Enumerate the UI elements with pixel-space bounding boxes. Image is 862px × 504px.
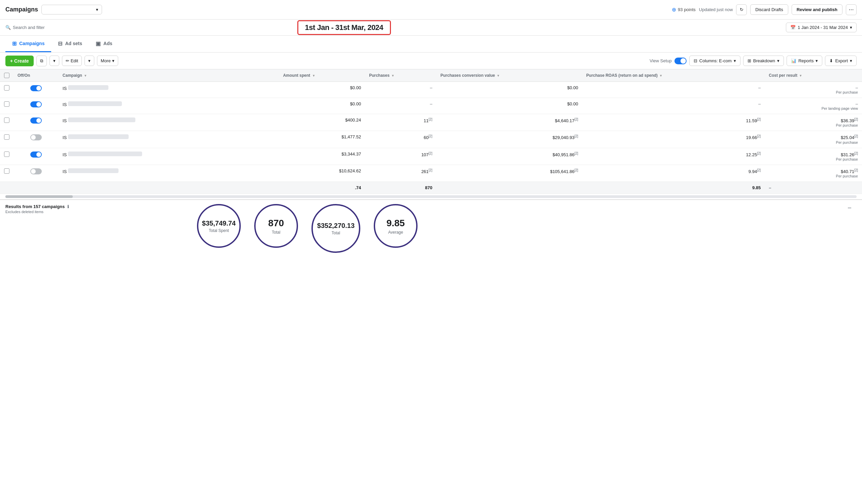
footer-purchases: 870: [365, 182, 436, 194]
points-value: 93 points: [678, 7, 696, 12]
roas-sort-icon[interactable]: ▾: [660, 74, 662, 77]
points-icon: ⊕: [672, 6, 676, 13]
campaign-prefix: IS: [63, 169, 68, 174]
row-checkbox[interactable]: [4, 134, 10, 140]
pcv-cell: $29,040.93[2]: [436, 131, 582, 148]
total-purchases-circle: 870 Total: [254, 204, 298, 253]
tab-adsets[interactable]: ⊟ Ad sets: [51, 36, 89, 52]
view-setup: View Setup: [650, 57, 687, 64]
cpr-sort-icon[interactable]: ▾: [800, 74, 801, 77]
horizontal-scrollbar[interactable]: [5, 195, 857, 198]
campaign-prefix: IS: [63, 135, 68, 140]
th-cpr: Cost per result ▾: [765, 69, 862, 82]
duplicate-button[interactable]: ⧉: [36, 55, 47, 66]
more-button[interactable]: More ▾: [97, 55, 118, 66]
columns-button[interactable]: ⊟ Columns: E-com ▾: [689, 55, 741, 66]
export-button[interactable]: ⬇ Export ▾: [825, 55, 857, 66]
reports-icon: 📊: [791, 58, 796, 63]
reports-button[interactable]: 📊 Reports ▾: [787, 55, 823, 66]
amount-sort-icon[interactable]: ▾: [313, 74, 314, 77]
campaign-toggle[interactable]: [30, 101, 42, 107]
scrollbar-thumb[interactable]: [5, 195, 73, 198]
info-icon[interactable]: ℹ: [67, 204, 69, 209]
avg-roas-circle: 9.85 Average: [374, 204, 418, 253]
avg-roas-circle-shape: 9.85 Average: [374, 204, 418, 248]
total-purchases-value: 870: [269, 217, 284, 229]
amount-spent-cell: $400.24: [279, 114, 365, 131]
select-all-header[interactable]: [0, 69, 13, 82]
row-checkbox[interactable]: [4, 168, 10, 174]
amount-spent-cell: $10,624.62: [279, 164, 365, 182]
campaign-toggle[interactable]: [30, 151, 42, 158]
campaign-toggle[interactable]: [30, 85, 42, 91]
th-purchases: Purchases ▾: [365, 69, 436, 82]
total-purchases-circle-shape: 870 Total: [254, 204, 298, 248]
purchases-sort-icon[interactable]: ▾: [392, 74, 394, 77]
more-options-button[interactable]: ···: [846, 4, 857, 15]
footer-toggle: [13, 182, 58, 194]
row-checkbox[interactable]: [4, 101, 10, 107]
date-range-picker[interactable]: 📅 1 Jan 2024 - 31 Mar 2024 ▾: [786, 23, 857, 32]
edit-button[interactable]: ✏ Edit: [62, 55, 82, 66]
campaign-prefix: IS: [63, 102, 68, 107]
export-label: Export: [835, 58, 848, 63]
total-spent-circle: $35,749.74 Total Spent: [197, 204, 241, 253]
adsets-icon: ⊟: [58, 40, 62, 47]
search-icon: 🔍: [5, 25, 11, 30]
chevron-down-icon: ▾: [112, 58, 115, 63]
select-all-checkbox[interactable]: [4, 73, 10, 78]
campaign-toggle[interactable]: [30, 134, 42, 141]
search-filter[interactable]: 🔍 Search and filter: [5, 25, 100, 30]
updated-text: Updated just now: [699, 7, 733, 12]
table-body: IS $0.00–$0.00––Per purchaseIS $0.00–$0.…: [0, 82, 862, 194]
amount-spent-cell: $0.00: [279, 82, 365, 98]
campaign-sort-icon[interactable]: ▾: [84, 74, 86, 77]
breakdown-label: Breakdown: [753, 58, 775, 63]
campaign-toggle[interactable]: [30, 168, 42, 174]
campaign-name-blurred: [68, 101, 122, 106]
edit-icon: ✏: [66, 58, 69, 63]
toolbar: + Create ⧉ ▾ ✏ Edit ▾ More ▾ View Setup …: [0, 53, 862, 69]
breakdown-button[interactable]: ⊞ Breakdown ▾: [743, 55, 784, 66]
amount-spent-cell: $1,477.52: [279, 131, 365, 148]
purchases-cell: –: [365, 98, 436, 114]
calendar-icon: 📅: [790, 25, 796, 30]
campaign-toggle[interactable]: [30, 118, 42, 123]
edit-dropdown-button[interactable]: ▾: [84, 55, 94, 66]
chevron-down-icon: ▾: [850, 25, 852, 30]
chevron-down-icon: ▾: [850, 58, 852, 63]
row-checkbox[interactable]: [4, 85, 10, 91]
campaign-prefix: IS: [63, 152, 68, 157]
campaign-name-blurred: [68, 118, 135, 122]
row-checkbox[interactable]: [4, 118, 10, 123]
pcv-cell: $105,641.86[2]: [436, 164, 582, 182]
chevron-down-icon: ▾: [815, 58, 818, 63]
tab-ads[interactable]: ▣ Ads: [89, 36, 119, 52]
th-roas: Purchase ROAS (return on ad spend) ▾: [582, 69, 765, 82]
total-pcv-circle-shape: $352,270.13 Total: [312, 204, 360, 253]
row-checkbox[interactable]: [4, 151, 10, 157]
tab-campaigns[interactable]: ⊞ Campaigns: [5, 36, 51, 52]
review-publish-button[interactable]: Review and publish: [792, 4, 843, 15]
amount-spent-cell: $3,344.37: [279, 148, 365, 164]
purchases-cell: 60[2]: [365, 131, 436, 148]
view-setup-toggle[interactable]: [675, 57, 687, 64]
date-range-value: 1 Jan 2024 - 31 Mar 2024: [798, 25, 848, 30]
create-button[interactable]: + Create: [5, 55, 34, 66]
discard-drafts-button[interactable]: Discard Drafts: [750, 4, 788, 15]
campaigns-table: Off/On Campaign ▾ Amount spent ▾ Purchas…: [0, 69, 862, 194]
refresh-icon: ↻: [740, 7, 744, 12]
search-placeholder: Search and filter: [13, 25, 45, 30]
refresh-button[interactable]: ↻: [736, 4, 747, 15]
footer-name: [58, 182, 279, 194]
campaign-dropdown[interactable]: ▾: [41, 5, 102, 14]
table-row: IS $0.00–$0.00––Per landing page view: [0, 98, 862, 114]
toggle-knob: [36, 102, 41, 107]
purchases-cell: 11[2]: [365, 114, 436, 131]
table-row: IS $1,477.5260[2]$29,040.93[2]19.66[2]$2…: [0, 131, 862, 148]
footer-pcv: [436, 182, 582, 194]
duplicate-dropdown-button[interactable]: ▾: [50, 55, 59, 66]
roas-cell: 12.25[2]: [582, 148, 765, 164]
pcv-sort-icon[interactable]: ▾: [497, 74, 499, 77]
view-setup-label: View Setup: [650, 58, 672, 63]
